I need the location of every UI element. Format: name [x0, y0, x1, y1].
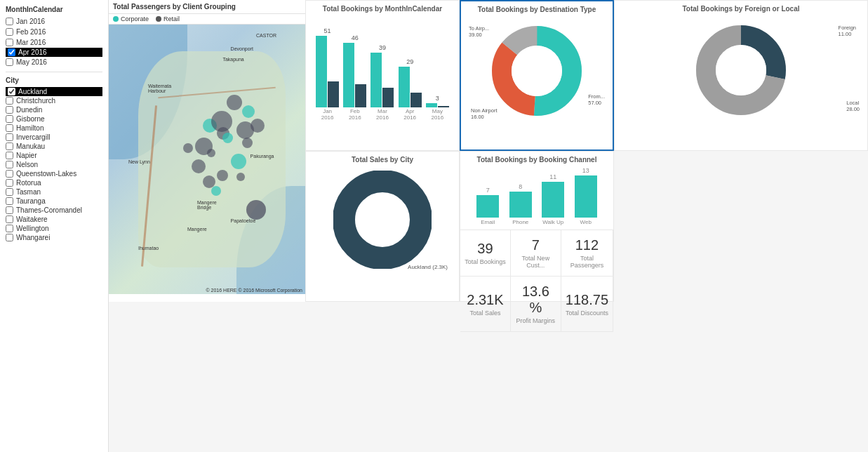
corporate-dot	[113, 16, 119, 22]
charts-grid: Total Bookings by MonthInCalendar 51Jan2…	[109, 0, 868, 452]
foreign-local-title: Total Bookings by Foreign or Local	[619, 5, 863, 13]
corporate-label: Corporate	[121, 15, 149, 22]
kpi-box: 7Total New Cust...	[511, 230, 561, 277]
channel-bar-group: 8Phone	[509, 183, 532, 225]
kpi-label: Total Sales	[465, 310, 506, 317]
main-content: Total Bookings by MonthInCalendar 51Jan2…	[109, 0, 868, 452]
booking-bar-group: 3May2016	[426, 95, 449, 121]
kpi-label: Total Bookings	[465, 258, 506, 265]
map-label-ihumatao: Ihumatao	[138, 246, 159, 251]
sales-by-city-chart: Total Sales by City Auckland (2.3K)	[305, 151, 460, 302]
channel-bar-rect	[542, 182, 564, 218]
month-filter-items: Jan 2016Feb 2016Mar 2016Apr 2016May 2016	[6, 16, 102, 67]
corporate-legend: Corporate	[113, 15, 149, 22]
channel-bar-rect	[476, 195, 499, 218]
kpi-box: 112Total Passengers	[561, 230, 613, 277]
foreign-local-donut: Foreign11.00 Local28.00	[619, 14, 863, 126]
dest-label-airport: To Airp...39.00	[469, 25, 489, 38]
sales-city-label: Auckland (2.3K)	[408, 264, 448, 270]
channel-bar-rect	[509, 192, 532, 218]
booking-bar-group: 39Mar2016	[370, 44, 394, 121]
month-filter-item[interactable]: May 2016	[6, 57, 102, 67]
map-label-newlynn: New Lynn	[128, 159, 150, 164]
month-filter-title: MonthInCalendar	[6, 6, 102, 13]
month-filter-item[interactable]: Jan 2016	[6, 16, 102, 27]
booking-bar-group: 29Apr2016	[399, 58, 422, 121]
month-filter-section: MonthInCalendar Jan 2016Feb 2016Mar 2016…	[6, 6, 102, 67]
city-filter-item[interactable]: Hamilton	[6, 124, 102, 133]
bar-dark	[355, 84, 366, 107]
bar-teal	[399, 67, 410, 107]
map-label-pakuranga: Pakuranga	[251, 154, 274, 159]
kpi-label: Total Discounts	[566, 310, 608, 317]
bookings-by-month-title: Total Bookings by MonthInCalendar	[310, 5, 455, 13]
city-filter-item[interactable]: Whangarei	[6, 233, 102, 242]
map-background: Devonport Takapuna WaitemataHarbour New …	[109, 25, 305, 294]
city-filter-item[interactable]: Napier	[6, 151, 102, 160]
channel-bar-group: 11Walk Up	[542, 173, 564, 225]
city-filter-item[interactable]: Tauranga	[6, 197, 102, 206]
city-filter-item[interactable]: Nelson	[6, 160, 102, 169]
map-label-takapuna: Takapuna	[222, 57, 243, 62]
retail-label: Retail	[163, 15, 180, 22]
month-filter-item[interactable]: Apr 2016	[6, 48, 102, 57]
bar-dark	[410, 93, 422, 107]
city-filter-item[interactable]: Dunedin	[6, 105, 102, 114]
kpi-value: 112	[566, 237, 608, 253]
bar-teal	[316, 36, 327, 107]
booking-channel-chart: Total Bookings by Booking Channel 7Email…	[460, 152, 613, 230]
city-filter-item[interactable]: Manukau	[6, 142, 102, 151]
map-title: Total Passengers by Client Grouping	[109, 0, 305, 14]
destination-donut-svg	[488, 22, 586, 120]
bookings-by-month-chart: Total Bookings by MonthInCalendar 51Jan2…	[305, 0, 460, 151]
svg-point-10	[356, 193, 409, 246]
kpi-value: 39	[465, 241, 506, 257]
divider	[6, 72, 102, 72]
svg-point-4	[512, 46, 562, 96]
kpi-box: 39Total Bookings	[460, 230, 511, 277]
month-filter-item[interactable]: Feb 2016	[6, 27, 102, 37]
map-label-mangere-bridge: MangereBridge	[197, 200, 217, 210]
city-filter-item[interactable]: Christchurch	[6, 96, 102, 105]
kpi-value: 7	[515, 237, 556, 253]
city-filter-item[interactable]: Waitakere	[6, 215, 102, 224]
bar-teal	[370, 53, 382, 107]
map-legend: Corporate Retail	[109, 14, 305, 25]
kpi-label: Total Passengers	[566, 255, 608, 269]
booking-bar-group: 46Feb2016	[343, 34, 366, 121]
city-filter-title: City	[6, 77, 102, 84]
bar-teal	[426, 103, 437, 107]
map-label-waitemata: WaitemataHarbour	[148, 84, 171, 93]
kpi-value: 2.31K	[465, 292, 506, 308]
map-label-devonport: Devonport	[231, 46, 253, 51]
city-filter-item[interactable]: Thames-Coromandel	[6, 206, 102, 215]
foreign-local-svg	[692, 21, 790, 119]
city-filter-item[interactable]: Rotorua	[6, 178, 102, 187]
city-filter-item[interactable]: Gisborne	[6, 114, 102, 124]
kpi-value: 13.6 %	[515, 284, 556, 316]
channel-bar-rect	[575, 175, 597, 218]
map-panel: Total Passengers by Client Grouping Corp…	[109, 0, 305, 302]
city-filter-item[interactable]: Wellington	[6, 224, 102, 233]
booking-bar-group: 51Jan2016	[316, 27, 339, 121]
kpi-grid: 39Total Bookings7Total New Cust...112Tot…	[460, 230, 613, 332]
retail-legend: Retail	[156, 15, 180, 22]
retail-dot	[156, 16, 161, 22]
destination-type-title: Total Bookings by Destination Type	[465, 6, 608, 13]
city-filter-section: City AucklandChristchurchDunedinGisborne…	[6, 77, 102, 242]
month-filter-item[interactable]: Mar 2016	[6, 37, 102, 48]
map-copyright: © 2016 HERE © 2016 Microsoft Corporation	[206, 288, 302, 293]
destination-donut: To Airp...39.00 From...57.00 Non Airport…	[465, 15, 608, 127]
left-panel: MonthInCalendar Jan 2016Feb 2016Mar 2016…	[0, 0, 109, 452]
city-filter-item[interactable]: Tasman	[6, 187, 102, 197]
dest-label-from: From...57.00	[588, 93, 605, 106]
city-filter-item[interactable]: Auckland	[6, 87, 102, 96]
booking-channel-title: Total Bookings by Booking Channel	[465, 156, 609, 164]
bookings-bar-chart: 51Jan201646Feb201639Mar201629Apr20163May…	[310, 23, 455, 121]
city-filter-item[interactable]: Invercargill	[6, 133, 102, 142]
city-filter-item[interactable]: Queenstown-Lakes	[6, 169, 102, 178]
sales-city-donut: Auckland (2.3K)	[310, 165, 455, 274]
kpi-label: Profit Margins	[515, 317, 556, 324]
local-label: Local28.00	[846, 100, 860, 112]
bar-dark	[438, 106, 449, 107]
